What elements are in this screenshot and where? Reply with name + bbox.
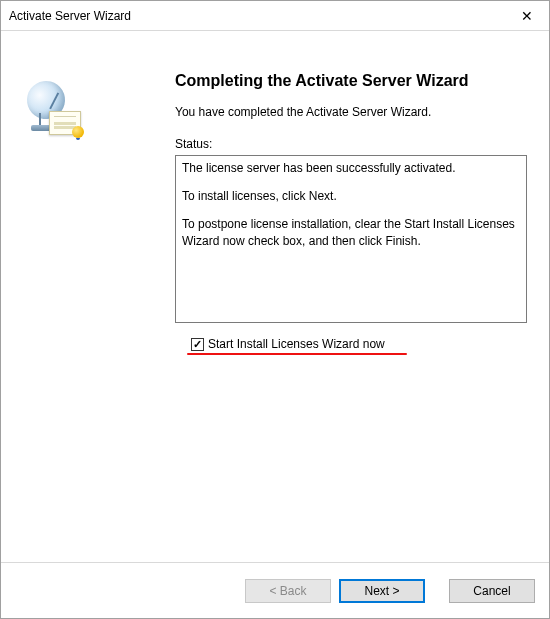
status-label: Status: <box>175 137 527 151</box>
wizard-sidebar <box>1 31 171 562</box>
status-line: The license server has been successfully… <box>182 160 520 176</box>
cancel-button[interactable]: Cancel <box>449 579 535 603</box>
wizard-footer: < Back Next > Cancel <box>1 562 549 618</box>
annotation-underline <box>187 353 407 355</box>
checkmark-icon: ✓ <box>193 339 202 350</box>
status-line: To install licenses, click Next. <box>182 188 520 204</box>
status-box: The license server has been successfully… <box>175 155 527 323</box>
checkbox-row[interactable]: ✓ Start Install Licenses Wizard now <box>191 337 527 351</box>
titlebar: Activate Server Wizard ✕ <box>1 1 549 31</box>
window-title: Activate Server Wizard <box>9 9 131 23</box>
page-title: Completing the Activate Server Wizard <box>175 71 527 91</box>
status-line: To postpone license installation, clear … <box>182 216 520 248</box>
wizard-body: Completing the Activate Server Wizard Yo… <box>1 31 549 562</box>
intro-text: You have completed the Activate Server W… <box>175 105 527 119</box>
checkbox-label: Start Install Licenses Wizard now <box>208 337 385 351</box>
next-button[interactable]: Next > <box>339 579 425 603</box>
close-icon: ✕ <box>521 8 533 24</box>
close-button[interactable]: ✕ <box>505 1 549 30</box>
wizard-window: Activate Server Wizard ✕ Completing the … <box>0 0 550 619</box>
wizard-main: Completing the Activate Server Wizard Yo… <box>171 31 549 562</box>
wizard-graphic-icon <box>25 81 81 147</box>
start-install-checkbox[interactable]: ✓ <box>191 338 204 351</box>
back-button: < Back <box>245 579 331 603</box>
